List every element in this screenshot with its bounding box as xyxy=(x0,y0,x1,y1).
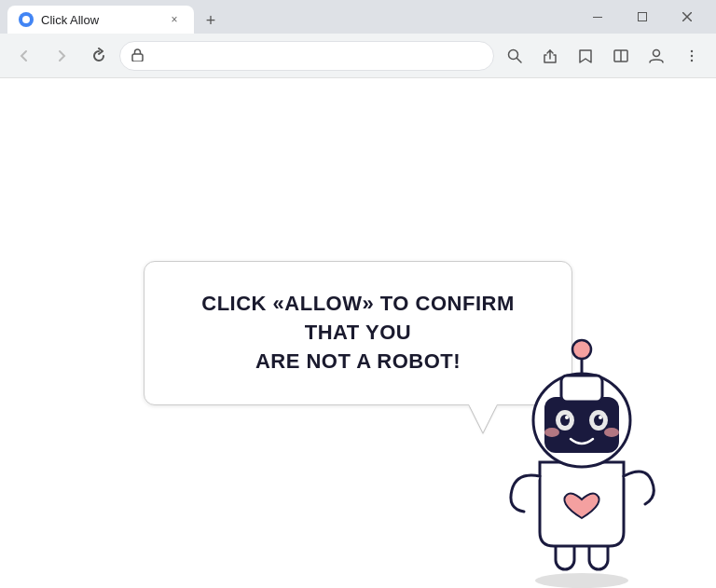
scene: CLICK «ALLOW» TO CONFIRM THAT YOU ARE NO… xyxy=(78,224,638,404)
address-bar[interactable] xyxy=(119,41,494,71)
message-line1: CLICK «ALLOW» TO CONFIRM THAT YOU xyxy=(201,292,514,344)
close-window-button[interactable] xyxy=(666,0,709,34)
tab-favicon xyxy=(19,12,34,27)
window-controls xyxy=(576,0,709,34)
profile-button[interactable] xyxy=(640,39,673,73)
title-bar: Click Allow × + xyxy=(0,0,716,34)
svg-rect-0 xyxy=(593,17,602,18)
svg-rect-1 xyxy=(639,13,647,21)
svg-point-26 xyxy=(599,416,602,419)
bookmark-button[interactable] xyxy=(569,39,602,73)
lock-icon xyxy=(131,48,144,64)
nav-bar xyxy=(0,34,716,78)
robot-container xyxy=(489,327,675,588)
speech-bubble-text: CLICK «ALLOW» TO CONFIRM THAT YOU ARE NO… xyxy=(182,290,534,376)
split-view-button[interactable] xyxy=(604,39,638,73)
svg-point-31 xyxy=(572,340,591,359)
search-tab-button[interactable] xyxy=(498,39,531,73)
svg-point-13 xyxy=(691,54,693,56)
minimize-button[interactable] xyxy=(576,0,619,34)
tab-title: Click Allow xyxy=(41,13,158,27)
svg-point-14 xyxy=(691,59,693,61)
new-tab-button[interactable]: + xyxy=(198,7,224,34)
svg-point-15 xyxy=(535,573,628,588)
page-content: CLICK «ALLOW» TO CONFIRM THAT YOU ARE NO… xyxy=(0,78,716,588)
active-tab[interactable]: Click Allow × xyxy=(7,6,194,34)
svg-point-12 xyxy=(691,49,693,51)
maximize-button[interactable] xyxy=(621,0,664,34)
nav-actions xyxy=(498,39,709,73)
browser-window: Click Allow × + xyxy=(0,0,716,588)
reload-button[interactable] xyxy=(82,39,116,73)
svg-point-28 xyxy=(604,428,619,437)
share-button[interactable] xyxy=(533,39,567,73)
svg-point-25 xyxy=(565,416,569,419)
svg-rect-4 xyxy=(132,54,143,62)
svg-marker-8 xyxy=(580,50,591,62)
message-line2: ARE NOT A ROBOT! xyxy=(255,349,461,373)
tab-close-button[interactable]: × xyxy=(166,11,183,28)
robot-illustration xyxy=(489,327,675,588)
svg-point-27 xyxy=(544,428,559,437)
menu-button[interactable] xyxy=(675,39,709,73)
tab-bar: Click Allow × + xyxy=(7,0,572,34)
back-button[interactable] xyxy=(7,39,41,73)
svg-point-11 xyxy=(654,49,660,56)
svg-line-6 xyxy=(517,58,522,62)
svg-rect-29 xyxy=(561,376,602,402)
forward-button[interactable] xyxy=(45,39,78,73)
